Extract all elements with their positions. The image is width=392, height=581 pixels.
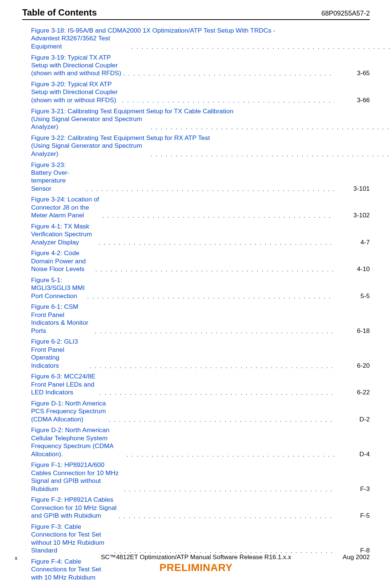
toc-link[interactable]: Figure 5-1: MGLI3/SGLI3 MMI Port Connect…: [31, 276, 86, 300]
toc-dots: . . . . . . . . . . . . . . . . . . . . …: [150, 123, 392, 131]
toc-dots: . . . . . . . . . . . . . . . . . . . . …: [126, 451, 334, 458]
toc-page: 6-22: [334, 388, 370, 396]
toc-entry: Figure 3-23: Battery Over-temperature Se…: [31, 161, 370, 193]
toc-link-text: Figure 3-22: Calibrating Test Equipment …: [31, 134, 392, 142]
toc-dots: . . . . . . . . . . . . . . . . . . . . …: [89, 362, 334, 370]
toc-entry: Figure 4-1: TX Mask Verification Spectru…: [31, 223, 370, 246]
toc-page: 6-20: [334, 362, 370, 370]
toc-page: 6-18: [334, 327, 370, 335]
toc-link-text: Figure 4-2: Code Domain Power and Noise …: [31, 249, 86, 273]
toc-link-text: Figure 5-1: MGLI3/SGLI3 MMI Port Connect…: [31, 276, 85, 300]
toc-link-text: Figure D-1: North America PCS Frequency …: [31, 400, 106, 423]
toc-link[interactable]: Figure D-1: North America PCS Frequency …: [31, 400, 108, 423]
toc-entry: Figure F-2: HP8921A Cables Connection fo…: [31, 496, 370, 520]
toc-link[interactable]: Figure 3-19: Typical TX ATP Setup with D…: [31, 54, 123, 77]
toc-page: F-3: [334, 485, 370, 493]
footer-date: Aug 2002: [343, 554, 370, 561]
doc-code: 68P09255A57-2: [321, 10, 370, 17]
toc-page: D-4: [334, 450, 370, 458]
page-footer: x SC™4812ET Optimization/ATP Manual Soft…: [0, 554, 392, 574]
toc-entry: Figure D-1: North America PCS Frequency …: [31, 400, 370, 423]
toc-link[interactable]: Figure 3-22: Calibrating Test Equipment …: [31, 134, 392, 158]
toc-page: F-5: [334, 512, 370, 520]
page-title: Table of Contents: [22, 7, 97, 18]
toc-dots: . . . . . . . . . . . . . . . . . . . . …: [123, 70, 335, 77]
toc-link-text: Figure 3-21: Calibrating Test Equipment …: [31, 107, 392, 115]
toc-entry: Figure 3-22: Calibrating Test Equipment …: [31, 134, 370, 158]
toc-page: 4-7: [334, 238, 370, 246]
toc-link[interactable]: Figure D-2: North American Cellular Tele…: [31, 426, 126, 458]
toc-entry: Figure 4-2: Code Domain Power and Noise …: [31, 249, 370, 273]
toc-page: 3-66: [334, 96, 370, 104]
toc-link-text: Figure 4-1: TX Mask Verification Spectru…: [31, 223, 92, 246]
footer-preliminary: PRELIMINARY: [0, 562, 392, 574]
toc-link-text: Figure 3-24: Location of Connector J8 on…: [31, 196, 99, 219]
toc-dots: . . . . . . . . . . . . . . . . . . . . …: [123, 485, 334, 493]
toc-entry: Figure 5-1: MGLI3/SGLI3 MMI Port Connect…: [31, 276, 370, 300]
toc-entry: Figure 6-3: MCC24/8E Front Panel LEDs an…: [31, 373, 370, 396]
toc-link-text: Figure 6-1: CSM Front Panel Indicators &…: [31, 303, 88, 334]
toc-link-text: Figure 3-19: Typical TX ATP Setup with D…: [31, 54, 121, 77]
toc-link-text: Figure 3-23: Battery Over-temperature Se…: [31, 161, 69, 192]
toc-page: D-2: [334, 415, 370, 423]
toc-entry: Figure F-3: Cable Connections for Test S…: [31, 523, 370, 555]
toc-dots: . . . . . . . . . . . . . . . . . . . . …: [108, 416, 334, 424]
toc-dots: . . . . . . . . . . . . . . . . . . . . …: [86, 293, 334, 300]
toc-dots: . . . . . . . . . . . . . . . . . . . . …: [86, 185, 334, 193]
toc-dots: . . . . . . . . . . . . . . . . . . . . …: [121, 97, 334, 104]
toc-dots: . . . . . . . . . . . . . . . . . . . . …: [101, 212, 334, 220]
toc-dots: . . . . . . . . . . . . . . . . . . . . …: [118, 512, 334, 520]
toc-link[interactable]: Figure F-2: HP8921A Cables Connection fo…: [31, 496, 118, 520]
toc-dots: . . . . . . . . . . . . . . . . . . . . …: [95, 266, 334, 273]
toc-entry: Figure 6-1: CSM Front Panel Indicators &…: [31, 303, 370, 335]
toc-dots: . . . . . . . . . . . . . . . . . . . . …: [98, 239, 334, 247]
toc-link-text: Figure 3-18: IS-95A/B and CDMA2000 1X Op…: [31, 27, 392, 34]
toc-link[interactable]: Figure 3-24: Location of Connector J8 on…: [31, 196, 101, 219]
toc-entry: Figure 6-2: GLI3 Front Panel Operating I…: [31, 338, 370, 370]
toc-link-text: Figure F-2: HP8921A Cables Connection fo…: [31, 496, 117, 519]
toc-page: 3-101: [334, 185, 370, 193]
toc-page: 5-5: [334, 292, 370, 300]
toc-entry: Figure D-2: North American Cellular Tele…: [31, 426, 370, 458]
header-rule: [22, 19, 370, 20]
toc-page: 3-65: [334, 69, 370, 77]
toc-list: Figure 3-18: IS-95A/B and CDMA2000 1X Op…: [31, 27, 370, 581]
footer-center: SC™4812ET Optimization/ATP Manual Softwa…: [101, 554, 291, 561]
toc-link-text: (Using Signal Generator and Spectrum Ana…: [31, 142, 150, 158]
document-page: Table of Contents 68P09255A57-2 Figure 3…: [0, 0, 392, 581]
toc-link[interactable]: Figure F-1: HP8921A/600 Cables Connectio…: [31, 461, 123, 493]
toc-entry: Figure F-1: HP8921A/600 Cables Connectio…: [31, 461, 370, 493]
toc-dots: . . . . . . . . . . . . . . . . . . . . …: [150, 150, 392, 158]
toc-page: 3-102: [334, 211, 370, 219]
toc-link-text: Advantest R3267/3562 Test Equipment: [31, 34, 131, 50]
footer-page-roman: x: [15, 555, 17, 561]
toc-link[interactable]: Figure 6-3: MCC24/8E Front Panel LEDs an…: [31, 373, 99, 396]
toc-link[interactable]: Figure 6-2: GLI3 Front Panel Operating I…: [31, 338, 89, 370]
toc-link[interactable]: Figure 3-18: IS-95A/B and CDMA2000 1X Op…: [31, 27, 392, 50]
toc-link[interactable]: Figure 4-1: TX Mask Verification Spectru…: [31, 223, 98, 246]
toc-link[interactable]: Figure 3-20: Typical RX ATP Setup with D…: [31, 80, 121, 104]
toc-link-text: (Using Signal Generator and Spectrum Ana…: [31, 115, 150, 131]
toc-entry: Figure 3-18: IS-95A/B and CDMA2000 1X Op…: [31, 27, 370, 50]
toc-link[interactable]: Figure 4-2: Code Domain Power and Noise …: [31, 249, 95, 273]
toc-entry: Figure 3-21: Calibrating Test Equipment …: [31, 107, 370, 131]
toc-dots: . . . . . . . . . . . . . . . . . . . . …: [94, 327, 334, 335]
toc-link-text: Figure D-2: North American Cellular Tele…: [31, 426, 113, 457]
toc-link-text: Figure 3-20: Typical RX ATP Setup with D…: [31, 80, 118, 104]
toc-link[interactable]: Figure 3-23: Battery Over-temperature Se…: [31, 161, 86, 193]
toc-entry: Figure 3-20: Typical RX ATP Setup with D…: [31, 80, 370, 104]
toc-link-text: Figure F-1: HP8921A/600 Cables Connectio…: [31, 461, 119, 492]
toc-entry: Figure 3-24: Location of Connector J8 on…: [31, 196, 370, 219]
toc-link[interactable]: Figure F-3: Cable Connections for Test S…: [31, 523, 113, 555]
toc-page: 4-10: [334, 265, 370, 273]
page-header: Table of Contents 68P09255A57-2: [22, 7, 370, 18]
toc-link[interactable]: Figure 6-1: CSM Front Panel Indicators &…: [31, 303, 94, 335]
toc-link-text: Figure 6-2: GLI3 Front Panel Operating I…: [31, 338, 78, 369]
toc-entry: Figure 3-19: Typical TX ATP Setup with D…: [31, 54, 370, 77]
toc-dots: . . . . . . . . . . . . . . . . . . . . …: [99, 389, 334, 397]
toc-link[interactable]: Figure 3-21: Calibrating Test Equipment …: [31, 107, 392, 131]
toc-link-text: Figure F-3: Cable Connections for Test S…: [31, 523, 104, 554]
toc-dots: . . . . . . . . . . . . . . . . . . . . …: [131, 43, 392, 51]
toc-link-text: Figure 6-3: MCC24/8E Front Panel LEDs an…: [31, 373, 96, 396]
